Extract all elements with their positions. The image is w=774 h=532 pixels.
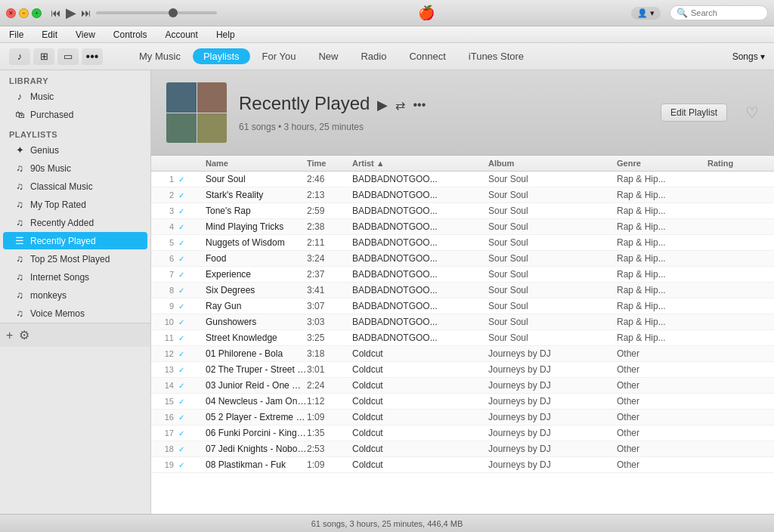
track-row[interactable]: 4 ✓ Mind Playing Tricks 2:38 BADBADNOTGO… [151, 219, 774, 235]
grid-view-icon[interactable]: ⊞ [33, 48, 54, 65]
track-number: 5 [157, 238, 178, 247]
track-name: Gunshowers [206, 317, 307, 327]
sidebar-item-voice-memos[interactable]: ♫ Voice Memos [3, 305, 147, 322]
track-row[interactable]: 2 ✓ Stark's Reality 2:13 BADBADNOTGOO...… [151, 187, 774, 203]
track-row[interactable]: 3 ✓ Tone's Rap 2:59 BADBADNOTGOO... Sour… [151, 203, 774, 219]
sidebar-item-genius[interactable]: ✦ Genius [3, 141, 147, 159]
tab-for-you[interactable]: For You [252, 48, 307, 64]
track-row[interactable]: 1 ✓ Sour Soul 2:46 BADBADNOTGOO... Sour … [151, 172, 774, 187]
songs-sort-button[interactable]: Songs ▾ [732, 51, 765, 62]
track-row[interactable]: 10 ✓ Gunshowers 3:03 BADBADNOTGOO... Sou… [151, 314, 774, 330]
track-check[interactable]: ✓ [178, 239, 192, 247]
track-check[interactable]: ✓ [178, 255, 192, 263]
sidebar-item-recently-played[interactable]: ☰ Recently Played [3, 232, 147, 249]
playback-progress[interactable] [96, 11, 217, 14]
track-check[interactable]: ✓ [178, 318, 192, 326]
track-name: Experience [206, 269, 307, 280]
next-button[interactable]: ⏭ [81, 7, 91, 19]
track-row[interactable]: 17 ✓ 06 Funki Porcini - King Ashabana...… [151, 425, 774, 441]
tab-radio[interactable]: Radio [350, 48, 397, 64]
tab-new[interactable]: New [308, 48, 348, 64]
track-row[interactable]: 15 ✓ 04 Newcleus - Jam On Revenge 1:12 C… [151, 394, 774, 410]
track-row[interactable]: 6 ✓ Food 3:24 BADBADNOTGOO... Sour Soul … [151, 251, 774, 267]
add-playlist-button[interactable]: + [6, 329, 13, 342]
track-row[interactable]: 13 ✓ 02 The Truper - Street Beats 3:01 C… [151, 362, 774, 378]
search-input[interactable] [691, 8, 766, 17]
more-views-icon[interactable]: ••• [82, 48, 103, 65]
sidebar-item-top25[interactable]: ♫ Top 25 Most Played [3, 250, 147, 268]
sidebar-settings-button[interactable]: ⚙ [19, 328, 29, 342]
play-button[interactable]: ▶ [66, 5, 76, 21]
menu-edit[interactable]: Edit [39, 29, 60, 41]
close-button[interactable]: ✕ [6, 8, 16, 18]
tab-itunes-store[interactable]: iTunes Store [458, 48, 534, 64]
track-time: 3:18 [307, 348, 352, 359]
sidebar-item-90s[interactable]: ♫ 90s Music [3, 159, 147, 177]
track-check[interactable]: ✓ [178, 334, 192, 342]
menu-file[interactable]: File [6, 29, 26, 41]
track-row[interactable]: 14 ✓ 03 Junior Reid - One Blood 2:24 Col… [151, 378, 774, 394]
tab-connect[interactable]: Connect [398, 48, 456, 64]
sidebar-item-music[interactable]: ♪ Music [3, 88, 147, 105]
minimize-button[interactable]: − [19, 8, 29, 18]
track-check[interactable]: ✓ [178, 397, 192, 406]
edit-playlist-button[interactable]: Edit Playlist [661, 104, 727, 122]
playlist-play-button[interactable]: ▶ [377, 97, 388, 113]
menu-help[interactable]: Help [213, 29, 238, 41]
track-check[interactable]: ✓ [178, 286, 192, 295]
sidebar-item-recently-added[interactable]: ♫ Recently Added [3, 214, 147, 231]
track-check[interactable]: ✓ [178, 191, 192, 200]
track-check[interactable]: ✓ [178, 429, 192, 438]
tv-view-icon[interactable]: ▭ [57, 48, 79, 65]
track-check[interactable]: ✓ [178, 302, 192, 311]
track-check[interactable]: ✓ [178, 271, 192, 279]
sidebar-item-top-rated[interactable]: ♫ My Top Rated [3, 196, 147, 213]
track-check[interactable]: ✓ [178, 382, 192, 390]
track-check[interactable]: ✓ [178, 350, 192, 358]
track-row[interactable]: 9 ✓ Ray Gun 3:07 BADBADNOTGOO... Sour So… [151, 298, 774, 314]
track-check[interactable]: ✓ [178, 445, 192, 453]
track-genre: Other [617, 364, 707, 375]
track-row[interactable]: 19 ✓ 08 Plastikman - Fuk 1:09 Coldcut Jo… [151, 457, 774, 473]
user-account-button[interactable]: 👤 ▾ [631, 7, 661, 20]
col-name[interactable]: Name [206, 159, 307, 168]
track-check[interactable]: ✓ [178, 175, 192, 184]
track-row[interactable]: 11 ✓ Street Knowledge 3:25 BADBADNOTGOO.… [151, 330, 774, 346]
playlist-shuffle-button[interactable]: ⇄ [395, 98, 405, 113]
playlist-more-button[interactable]: ••• [413, 98, 426, 112]
sidebar-item-monkeys[interactable]: ♫ monkeys [3, 286, 147, 304]
menu-account[interactable]: Account [163, 29, 201, 41]
prev-button[interactable]: ⏮ [51, 7, 61, 19]
track-check[interactable]: ✓ [178, 413, 192, 422]
sidebar-item-purchased[interactable]: 🛍 Purchased [3, 106, 147, 123]
tab-playlists[interactable]: Playlists [193, 48, 250, 64]
track-row[interactable]: 7 ✓ Experience 2:37 BADBADNOTGOO... Sour… [151, 267, 774, 283]
col-genre[interactable]: Genre [617, 159, 707, 168]
track-check[interactable]: ✓ [178, 366, 192, 374]
track-check[interactable]: ✓ [178, 207, 192, 215]
track-time: 2:13 [307, 190, 352, 200]
menu-view[interactable]: View [73, 29, 98, 41]
sidebar-item-classical[interactable]: ♫ Classical Music [3, 178, 147, 195]
track-row[interactable]: 5 ✓ Nuggets of Wisdom 2:11 BADBADNOTGOO.… [151, 235, 774, 251]
track-check[interactable]: ✓ [178, 461, 192, 469]
menu-controls[interactable]: Controls [110, 29, 150, 41]
track-check[interactable]: ✓ [178, 223, 192, 231]
col-artist[interactable]: Artist ▲ [352, 159, 488, 168]
tab-my-music[interactable]: My Music [128, 48, 191, 64]
track-genre: Other [617, 396, 707, 407]
track-row[interactable]: 12 ✓ 01 Philorene - Bola 3:18 Coldcut Jo… [151, 346, 774, 362]
track-row[interactable]: 18 ✓ 07 Jedi Knights - Nobody Holder 2:5… [151, 441, 774, 457]
track-row[interactable]: 16 ✓ 05 2 Player - Extreme Possibilities… [151, 410, 774, 425]
sidebar-genius-label: Genius [30, 145, 59, 156]
track-row[interactable]: 8 ✓ Six Degrees 3:41 BADBADNOTGOO... Sou… [151, 283, 774, 298]
col-time[interactable]: Time [307, 159, 352, 168]
sidebar-purchased-label: Purchased [30, 110, 73, 120]
col-album[interactable]: Album [488, 159, 617, 168]
maximize-button[interactable]: + [32, 8, 42, 18]
col-rating[interactable]: Rating [707, 159, 768, 168]
music-view-icon[interactable]: ♪ [9, 48, 30, 65]
search-box[interactable]: 🔍 [670, 5, 768, 20]
favorite-playlist-button[interactable]: ♡ [745, 104, 759, 122]
sidebar-item-internet[interactable]: ♫ Internet Songs [3, 268, 147, 286]
